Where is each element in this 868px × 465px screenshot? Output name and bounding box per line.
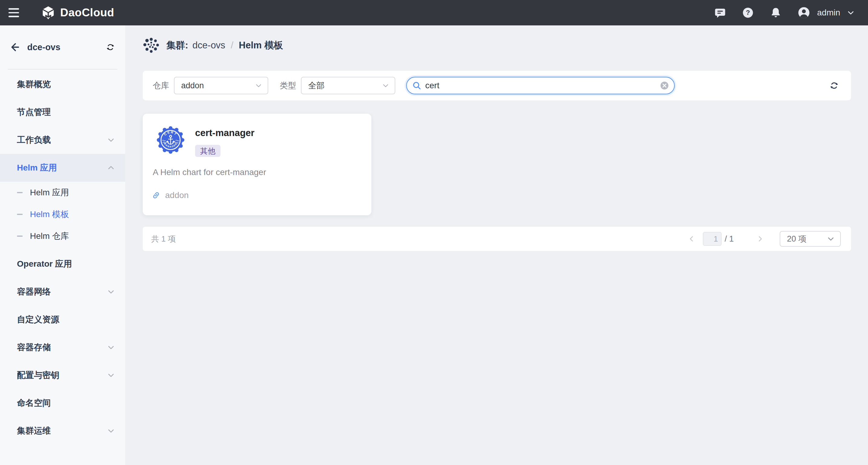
search-icon <box>412 81 422 90</box>
repo-select[interactable]: addon <box>174 77 268 94</box>
search-box <box>406 77 675 94</box>
chevron-down-icon <box>382 82 389 89</box>
main-content: 集群: dce-ovs / Helm 模板 仓库 addon 类型 全部 <box>125 25 868 465</box>
sidebar-item-node-management[interactable]: 节点管理 <box>0 98 125 126</box>
avatar <box>797 6 810 19</box>
next-page-icon[interactable] <box>755 234 765 243</box>
daocloud-cube-icon <box>41 6 55 20</box>
sidebar: dce-ovs 集群概览 节点管理 工作负载 Helm 应用 <box>0 25 125 465</box>
page-count: / 1 <box>725 234 734 244</box>
sidebar-subitem-helm-templates[interactable]: Helm 模板 <box>0 204 125 225</box>
sidebar-item-custom-resources[interactable]: 自定义资源 <box>0 306 125 334</box>
sidebar-item-helm-apps[interactable]: Helm 应用 <box>0 154 125 182</box>
repo-filter-label: 仓库 <box>153 80 169 91</box>
chart-title: cert-manager <box>195 128 254 138</box>
chevron-down-icon <box>107 427 115 435</box>
page-size-select[interactable]: 20 项 <box>780 231 841 247</box>
user-menu[interactable]: admin <box>797 6 855 19</box>
pagination-bar: 共 1 项 / 1 20 项 <box>143 227 851 251</box>
chevron-down-icon <box>107 371 115 379</box>
repo-select-value: addon <box>181 81 204 90</box>
notifications-bell-icon[interactable] <box>769 6 782 19</box>
cert-manager-logo: CERT MANAGER <box>157 126 185 154</box>
filter-bar: 仓库 addon 类型 全部 <box>143 71 851 100</box>
breadcrumb-cluster[interactable]: dce-ovs <box>192 40 225 51</box>
sidebar-item-config-secrets[interactable]: 配置与密钥 <box>0 361 125 389</box>
chart-category-badge: 其他 <box>195 145 220 157</box>
refresh-icon[interactable] <box>829 80 840 91</box>
sidebar-subitem-helm-repos[interactable]: Helm 仓库 <box>0 225 125 247</box>
switch-cluster-icon[interactable] <box>105 42 116 52</box>
breadcrumb-current: Helm 模板 <box>239 39 283 52</box>
sidebar-item-container-storage[interactable]: 容器存储 <box>0 334 125 361</box>
dash-icon <box>17 214 23 215</box>
menu-toggle-icon[interactable] <box>8 6 22 20</box>
brand-logo[interactable]: DaoCloud <box>41 6 114 20</box>
dash-icon <box>17 236 23 237</box>
helm-chart-card[interactable]: CERT MANAGER <box>143 114 371 215</box>
cluster-dots-icon <box>143 37 160 54</box>
chevron-down-icon <box>107 136 115 144</box>
prev-page-icon[interactable] <box>687 234 696 243</box>
sidebar-item-operator-apps[interactable]: Operator 应用 <box>0 250 125 278</box>
type-filter-label: 类型 <box>280 80 296 91</box>
clear-search-icon[interactable] <box>660 81 669 90</box>
sidebar-item-container-network[interactable]: 容器网络 <box>0 278 125 306</box>
page-size-value: 20 项 <box>787 234 807 244</box>
svg-text:?: ? <box>746 8 750 16</box>
user-name: admin <box>817 8 840 18</box>
dash-icon <box>17 192 23 193</box>
total-count: 共 1 项 <box>151 234 176 244</box>
sidebar-item-cluster-ops[interactable]: 集群运维 <box>0 417 125 445</box>
sidebar-nav: 集群概览 节点管理 工作负载 Helm 应用 Helm 应用 Helm 模板 H… <box>0 69 125 445</box>
chevron-down-icon <box>107 288 115 296</box>
breadcrumb-separator: / <box>229 40 235 51</box>
cluster-name: dce-ovs <box>27 42 61 52</box>
chevron-down-icon <box>107 343 115 351</box>
sidebar-item-cluster-overview[interactable]: 集群概览 <box>0 70 125 98</box>
back-arrow-icon[interactable] <box>9 42 19 52</box>
helm-submenu: Helm 应用 Helm 模板 Helm 仓库 <box>0 182 125 247</box>
chevron-up-icon <box>107 164 115 172</box>
sidebar-item-workloads[interactable]: 工作负载 <box>0 126 125 154</box>
chart-description: A Helm chart for cert-manager <box>153 167 266 177</box>
sidebar-subitem-helm-apps[interactable]: Helm 应用 <box>0 182 125 204</box>
breadcrumb-prefix: 集群: <box>166 39 188 52</box>
brand-name: DaoCloud <box>60 6 114 19</box>
breadcrumb: 集群: dce-ovs / Helm 模板 <box>143 37 851 54</box>
messages-icon[interactable] <box>714 6 726 19</box>
chevron-down-icon <box>255 82 262 89</box>
chevron-down-icon <box>827 235 835 243</box>
page-number-input[interactable] <box>703 232 722 246</box>
type-select-value: 全部 <box>308 80 324 91</box>
sidebar-item-namespaces[interactable]: 命名空间 <box>0 389 125 417</box>
help-icon[interactable]: ? <box>742 6 754 19</box>
chevron-down-icon <box>847 9 855 17</box>
chart-repo-name: addon <box>165 190 189 200</box>
search-input[interactable] <box>425 81 660 90</box>
type-select[interactable]: 全部 <box>301 77 395 94</box>
link-icon <box>152 191 160 199</box>
top-bar: DaoCloud ? <box>0 0 868 25</box>
